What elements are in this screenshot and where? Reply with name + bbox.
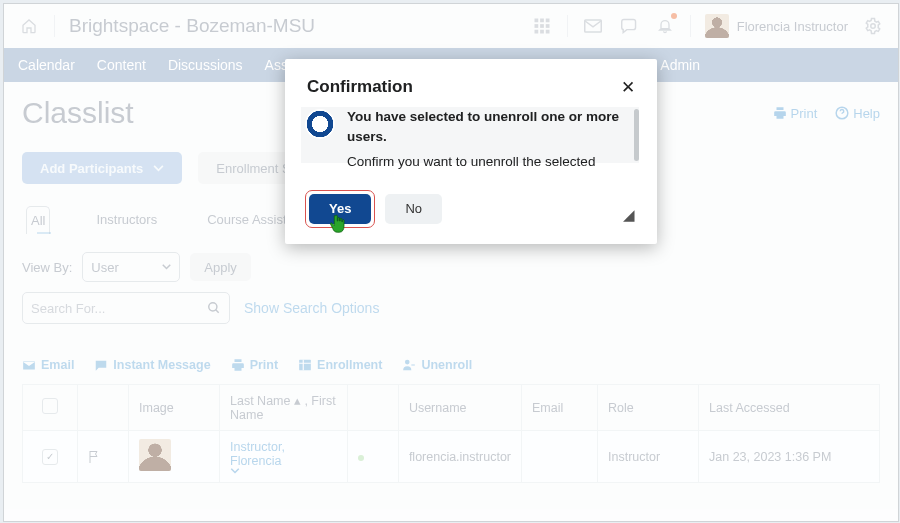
print-button[interactable]: Print (773, 106, 818, 121)
online-dot (358, 455, 364, 461)
action-enrollment[interactable]: Enrollment (298, 358, 382, 372)
action-unenroll-label: Unenroll (421, 358, 472, 372)
nav-discussions[interactable]: Discussions (168, 57, 243, 73)
table-row[interactable]: ✓ Instructor, Florencia florencia.instru… (23, 431, 880, 483)
action-email-label: Email (41, 358, 74, 372)
close-icon[interactable]: ✕ (621, 79, 635, 96)
row-accessed: Jan 23, 2023 1:36 PM (699, 431, 880, 483)
svg-point-12 (209, 303, 217, 311)
search-input[interactable]: Search For... (22, 292, 230, 324)
chevron-down-icon (162, 264, 171, 270)
tab-all[interactable]: All (26, 206, 50, 234)
col-name[interactable]: Last Name ▴ , First Name (220, 385, 348, 431)
page-title: Classlist (22, 96, 134, 130)
avatar (705, 14, 729, 38)
svg-rect-13 (299, 360, 311, 371)
print-icon (231, 358, 245, 372)
action-im[interactable]: Instant Message (94, 358, 210, 372)
dialog-line1: You have selected to unenroll one or mor… (347, 107, 635, 146)
user-minus-icon (402, 358, 416, 372)
action-enrollment-label: Enrollment (317, 358, 382, 372)
dialog-title: Confirmation (307, 77, 413, 97)
nav-calendar[interactable]: Calendar (18, 57, 75, 73)
nav-admin[interactable]: Admin (660, 57, 700, 73)
table-header: Image Last Name ▴ , First Name Username … (23, 385, 880, 431)
search-icon (207, 301, 221, 315)
gear-icon[interactable] (862, 15, 884, 37)
top-bar: Brightspace - Bozeman-MSU Florencia Inst… (4, 4, 898, 48)
divider (567, 15, 568, 37)
svg-rect-3 (534, 24, 538, 28)
home-icon[interactable] (18, 15, 40, 37)
notification-dot (671, 13, 677, 19)
divider (690, 15, 691, 37)
help-button[interactable]: Help (835, 106, 880, 121)
apply-button[interactable]: Apply (190, 253, 251, 281)
print-label: Print (791, 106, 818, 121)
row-role: Instructor (598, 431, 699, 483)
add-participants-button[interactable]: Add Participants (22, 152, 182, 184)
row-username: florencia.instructor (398, 431, 521, 483)
site-title: Brightspace - Bozeman-MSU (69, 15, 315, 37)
action-im-label: Instant Message (113, 358, 210, 372)
select-all-checkbox[interactable] (42, 398, 58, 414)
apps-icon[interactable] (531, 15, 553, 37)
bell-icon[interactable] (654, 15, 676, 37)
svg-point-10 (871, 24, 876, 29)
svg-rect-2 (545, 19, 549, 23)
action-unenroll[interactable]: Unenroll (402, 358, 472, 372)
svg-rect-7 (540, 30, 544, 34)
table-icon (298, 358, 312, 372)
viewby-value: User (91, 260, 118, 275)
chat-icon (94, 359, 108, 372)
row-avatar (139, 439, 171, 471)
svg-rect-6 (534, 30, 538, 34)
user-menu[interactable]: Florencia Instructor (705, 14, 848, 38)
yes-button[interactable]: Yes (309, 194, 371, 224)
col-username[interactable]: Username (398, 385, 521, 431)
user-name: Florencia Instructor (737, 19, 848, 34)
row-checkbox[interactable]: ✓ (42, 449, 58, 465)
no-button[interactable]: No (385, 194, 442, 224)
svg-rect-4 (540, 24, 544, 28)
tab-instructors[interactable]: Instructors (92, 206, 161, 234)
col-image[interactable]: Image (129, 385, 220, 431)
flag-icon[interactable] (88, 450, 100, 464)
resize-handle-icon[interactable]: ◢ (623, 207, 635, 222)
confirmation-dialog: Confirmation ✕ ? You have selected to un… (285, 59, 657, 244)
action-email[interactable]: Email (22, 358, 74, 372)
col-role[interactable]: Role (598, 385, 699, 431)
svg-point-14 (405, 360, 410, 365)
chat-icon[interactable] (618, 15, 640, 37)
viewby-label: View By: (22, 260, 72, 275)
nav-content[interactable]: Content (97, 57, 146, 73)
add-participants-label: Add Participants (40, 161, 143, 176)
classlist-table: Image Last Name ▴ , First Name Username … (22, 384, 880, 483)
search-placeholder: Search For... (31, 301, 105, 316)
col-accessed[interactable]: Last Accessed (699, 385, 880, 431)
svg-rect-1 (540, 19, 544, 23)
viewby-select[interactable]: User (82, 252, 180, 282)
svg-rect-8 (545, 30, 549, 34)
chevron-down-icon[interactable] (230, 468, 240, 474)
svg-rect-5 (545, 24, 549, 28)
question-icon: ? (305, 109, 335, 139)
help-label: Help (853, 106, 880, 121)
svg-rect-0 (534, 19, 538, 23)
mail-icon[interactable] (582, 15, 604, 37)
action-print-label: Print (250, 358, 278, 372)
col-email[interactable]: Email (522, 385, 598, 431)
show-search-options[interactable]: Show Search Options (244, 300, 379, 316)
yes-highlight: Yes (305, 190, 375, 228)
chevron-down-icon (153, 165, 164, 172)
row-name-link[interactable]: Instructor, Florencia (230, 440, 285, 468)
dialog-line2: Confirm you want to unenroll the selecte… (347, 154, 595, 169)
mail-icon (22, 360, 36, 371)
action-print[interactable]: Print (231, 358, 278, 372)
dialog-message: You have selected to unenroll one or mor… (347, 107, 635, 172)
divider (54, 15, 55, 37)
